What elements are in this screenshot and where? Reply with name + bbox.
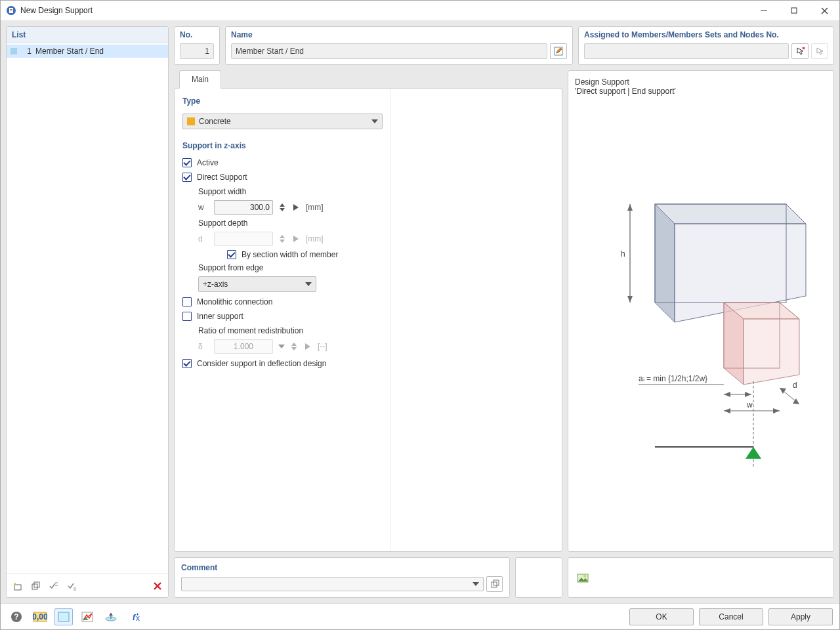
check-on-button[interactable] — [64, 578, 80, 594]
close-button[interactable] — [809, 1, 839, 21]
edit-name-button[interactable] — [550, 43, 567, 59]
w-pick-button[interactable] — [291, 200, 301, 215]
main-area: No. 1 Name Member Start / End Assigned t… — [174, 26, 834, 598]
support-from-edge-value: +z-axis — [203, 280, 228, 289]
svg-marker-37 — [744, 319, 799, 385]
svg-rect-9 — [32, 584, 37, 589]
svg-point-60 — [583, 575, 586, 578]
support-from-edge-label: Support from edge — [198, 263, 383, 272]
svg-rect-66 — [58, 612, 69, 621]
direct-support-checkbox[interactable]: Direct Support — [182, 173, 383, 182]
no-label: No. — [175, 27, 219, 42]
chevron-down-icon — [278, 345, 285, 348]
comment-header: Comment — [181, 563, 503, 572]
view-mode-1-button[interactable] — [54, 608, 73, 625]
svg-marker-27 — [627, 204, 633, 211]
w-input[interactable]: 300.0 — [214, 200, 273, 215]
preview-subtitle: 'Direct support | End support' — [575, 87, 827, 96]
apply-button[interactable]: Apply — [768, 608, 833, 625]
monolithic-label: Monolithic connection — [197, 297, 272, 306]
w-spinner[interactable] — [278, 200, 286, 215]
support-from-edge-select[interactable]: +z-axis — [198, 276, 316, 292]
svg-marker-55 — [746, 447, 761, 459]
no-value[interactable]: 1 — [180, 43, 214, 59]
svg-marker-23 — [305, 282, 312, 286]
list-item[interactable]: 1 Member Start / End — [7, 45, 168, 58]
list-item-label: Member Start / End — [35, 47, 104, 56]
snapshot-card — [568, 557, 834, 598]
svg-marker-56 — [472, 582, 479, 586]
app-icon — [6, 5, 16, 16]
type-value: Concrete — [199, 117, 231, 126]
svg-text:h: h — [621, 249, 625, 259]
monolithic-checkbox[interactable]: Monolithic connection — [182, 297, 383, 306]
comment-library-button[interactable] — [486, 576, 503, 592]
by-section-checkbox[interactable]: By section width of member — [227, 250, 383, 259]
assign-label: Assigned to Members/Members Sets and Nod… — [579, 27, 833, 42]
form-column: Type Concrete Support in z-axis — [175, 89, 391, 551]
svg-text:0,00: 0,00 — [33, 612, 47, 621]
support-depth-label: Support depth — [198, 219, 383, 228]
svg-marker-24 — [278, 345, 285, 348]
d-input — [214, 232, 273, 246]
delete-item-button[interactable] — [150, 578, 165, 594]
help-button[interactable]: ? — [7, 608, 26, 625]
delta-input: 1.000 — [214, 339, 273, 354]
list-body: 1 Member Start / End — [7, 43, 168, 574]
maximize-button[interactable] — [779, 1, 809, 21]
assign-field[interactable] — [584, 43, 789, 59]
view-mode-2-button[interactable] — [78, 608, 96, 625]
w-unit: [mm] — [306, 203, 324, 212]
tab-main[interactable]: Main — [179, 70, 221, 89]
svg-text:aᵢ = min {1/2h;1/2w}: aᵢ = min {1/2h;1/2w} — [639, 374, 707, 383]
consider-deflection-checkbox[interactable]: Consider support in deflection design — [182, 359, 383, 368]
list-item-number: 1 — [21, 47, 32, 56]
active-label: Active — [197, 158, 219, 167]
pick-members-button[interactable] — [791, 43, 808, 59]
svg-marker-50 — [745, 392, 751, 397]
svg-marker-22 — [293, 236, 299, 242]
consider-deflection-label: Consider support in deflection design — [197, 359, 326, 368]
type-title: Type — [182, 96, 383, 106]
view-mode-3-button[interactable] — [102, 608, 120, 625]
snapshot-button[interactable] — [575, 570, 591, 585]
list-toolbar — [7, 574, 168, 597]
svg-rect-58 — [494, 580, 499, 585]
check-off-button[interactable] — [46, 578, 62, 594]
chevron-down-icon — [371, 119, 378, 123]
svg-text:w: w — [746, 400, 753, 410]
delta-symbol: δ — [198, 342, 209, 351]
inner-support-checkbox[interactable]: Inner support — [182, 312, 383, 321]
svg-marker-25 — [305, 343, 310, 350]
minimize-button[interactable] — [749, 1, 779, 21]
copy-item-button[interactable] — [28, 578, 43, 594]
active-checkbox[interactable]: Active — [182, 158, 383, 167]
list-item-swatch-icon — [10, 48, 17, 54]
ok-button[interactable]: OK — [629, 608, 694, 625]
cancel-button[interactable]: Cancel — [699, 608, 763, 625]
svg-marker-46 — [773, 408, 780, 413]
svg-text:d: d — [793, 381, 797, 390]
new-item-button[interactable] — [9, 578, 25, 594]
list-panel: List 1 Member Start / End — [6, 26, 169, 598]
content: List 1 Member Start / End — [1, 21, 839, 603]
assign-box: Assigned to Members/Members Sets and Nod… — [578, 26, 834, 65]
d-pick-button — [291, 232, 301, 246]
comment-field[interactable] — [181, 577, 484, 591]
inner-support-label: Inner support — [197, 312, 243, 321]
svg-rect-7 — [14, 585, 21, 590]
svg-marker-20 — [371, 119, 378, 123]
support-z-title: Support in z-axis — [182, 141, 383, 150]
type-select[interactable]: Concrete — [182, 114, 383, 129]
type-swatch-icon — [187, 117, 195, 125]
d-spinner — [278, 232, 286, 246]
script-button[interactable]: fx — [125, 608, 144, 625]
comment-card: Comment — [174, 557, 510, 598]
d-unit: [mm] — [306, 234, 324, 243]
gap-card — [515, 557, 562, 598]
name-field[interactable]: Member Start / End — [231, 43, 547, 59]
preview-title: Design Support — [575, 77, 827, 87]
units-button[interactable]: 0,00 — [31, 608, 49, 625]
name-box: Name Member Start / End — [225, 26, 573, 65]
pick-nodes-button — [811, 43, 828, 59]
